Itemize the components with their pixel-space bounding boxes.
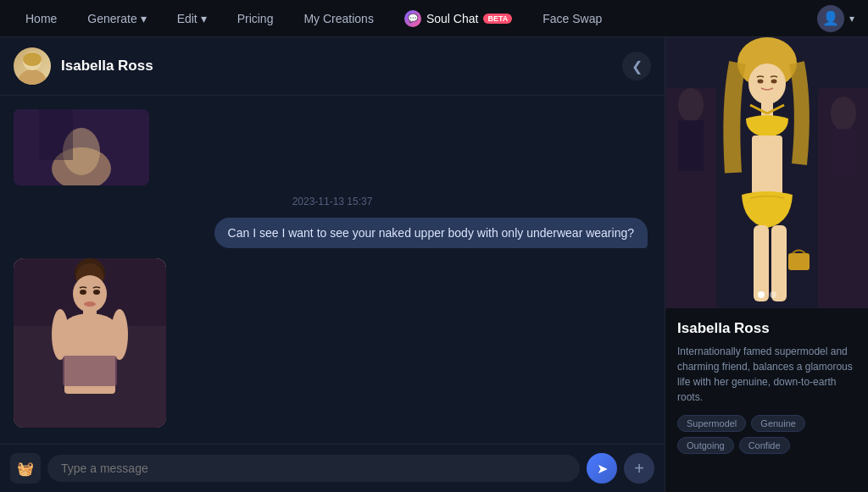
attach-button[interactable]: 🧺 <box>10 453 41 484</box>
dot-2[interactable] <box>770 291 776 298</box>
svg-point-20 <box>84 301 96 307</box>
plus-icon: + <box>634 459 644 478</box>
attach-icon: 🧺 <box>17 461 34 477</box>
response-image-content <box>14 258 166 428</box>
svg-point-11 <box>73 275 107 312</box>
user-avatar-area[interactable]: 👤 ▾ <box>817 5 854 32</box>
response-svg <box>14 258 166 428</box>
svg-point-34 <box>758 80 764 84</box>
thumb-svg <box>14 109 149 185</box>
svg-rect-25 <box>678 120 704 171</box>
message-input[interactable] <box>47 455 580 482</box>
contact-avatar-image <box>14 47 51 85</box>
profile-image-container <box>665 37 868 308</box>
tag-genuine[interactable]: Genuine <box>751 415 805 432</box>
svg-rect-36 <box>788 253 810 270</box>
svg-point-24 <box>678 88 704 122</box>
navbar: Home Generate ▾ Edit ▾ Pricing My Creati… <box>0 0 868 37</box>
profile-bg-svg <box>665 37 868 308</box>
svg-rect-33 <box>771 225 787 301</box>
svg-point-29 <box>748 64 786 104</box>
svg-point-26 <box>831 97 856 130</box>
svg-rect-31 <box>752 135 782 195</box>
dot-1[interactable] <box>758 291 765 298</box>
contact-avatar <box>14 47 51 85</box>
svg-rect-6 <box>39 109 73 160</box>
main-content: Isabella Ross ❮ <box>0 37 868 492</box>
nav-pricing[interactable]: Pricing <box>225 8 286 29</box>
profile-info: Isabella Ross Internationally famed supe… <box>665 308 868 492</box>
beta-badge: BETA <box>483 14 512 24</box>
contact-name: Isabella Ross <box>61 58 153 75</box>
message-timestamp: 2023-11-13 15:37 <box>14 196 651 207</box>
add-button[interactable]: + <box>624 453 654 484</box>
collapse-button[interactable]: ❮ <box>622 52 651 80</box>
soul-chat-icon: 💬 <box>404 10 421 27</box>
bot-response-image[interactable] <box>14 258 166 428</box>
bot-image-thumb[interactable] <box>14 109 149 185</box>
bot-image-response <box>14 258 166 428</box>
chat-header: Isabella Ross ❮ <box>0 37 665 96</box>
svg-point-2 <box>23 53 42 66</box>
image-dot-indicator <box>758 291 776 298</box>
svg-rect-17 <box>63 356 117 386</box>
nav-face-swap[interactable]: Face Swap <box>531 8 614 29</box>
send-button[interactable]: ➤ <box>587 453 617 484</box>
profile-name: Isabella Ross <box>677 320 856 337</box>
nav-my-creations[interactable]: My Creations <box>292 8 385 29</box>
nav-edit[interactable]: Edit ▾ <box>165 8 219 29</box>
chat-panel: Isabella Ross ❮ <box>0 37 665 492</box>
svg-point-16 <box>111 309 128 360</box>
nav-home[interactable]: Home <box>14 8 69 29</box>
svg-point-18 <box>80 290 86 295</box>
svg-point-0 <box>17 69 47 85</box>
svg-point-15 <box>52 309 69 360</box>
nav-generate[interactable]: Generate ▾ <box>75 8 158 29</box>
right-profile-panel: Isabella Ross Internationally famed supe… <box>665 37 868 492</box>
send-icon: ➤ <box>597 461 608 477</box>
svg-point-35 <box>771 80 777 84</box>
user-message-bubble: Can I see I want to see your naked upper… <box>214 218 648 248</box>
profile-bio: Internationally famed supermodel and cha… <box>677 344 856 405</box>
profile-tags: Supermodel Genuine Outgoing Confide <box>677 415 856 454</box>
tag-outgoing[interactable]: Outgoing <box>677 437 734 454</box>
nav-soul-chat[interactable]: 💬 Soul Chat BETA <box>392 7 524 30</box>
image-thumbnail-row <box>14 109 651 185</box>
avatar: 👤 <box>817 5 844 32</box>
tag-confide[interactable]: Confide <box>739 437 790 454</box>
avatar-chevron-icon: ▾ <box>849 13 854 25</box>
chevron-down-icon: ▾ <box>141 12 147 25</box>
svg-point-19 <box>93 290 100 295</box>
thumb-image <box>14 109 149 185</box>
profile-bg <box>665 37 868 308</box>
svg-rect-27 <box>831 129 856 175</box>
svg-rect-32 <box>754 225 769 301</box>
user-icon: 👤 <box>822 10 839 26</box>
collapse-icon: ❮ <box>632 58 643 75</box>
tag-supermodel[interactable]: Supermodel <box>677 415 746 432</box>
chevron-down-icon: ▾ <box>201 12 207 25</box>
messages-area[interactable]: 2023-11-13 15:37 Can I see I want to see… <box>0 96 665 444</box>
chat-input-bar: 🧺 ➤ + <box>0 444 665 492</box>
avatar-svg <box>14 47 51 85</box>
